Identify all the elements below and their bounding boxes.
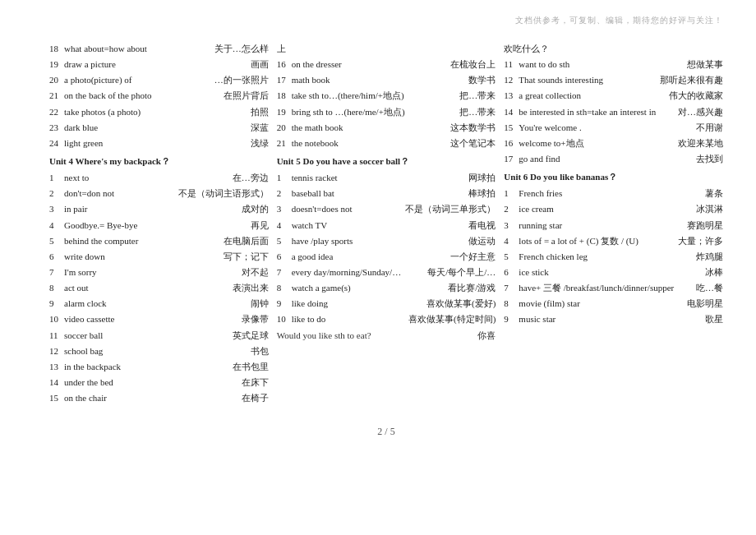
list-item: 14 under the bed在床下: [49, 375, 269, 390]
list-item: 19 draw a picture画画: [49, 57, 269, 71]
list-item: 3 running star赛跑明星: [504, 218, 723, 233]
column-2: 上16 on the dresser在梳妆台上17 math book数学书18…: [277, 41, 505, 406]
list-item: 10 video cassette录像带: [49, 311, 269, 326]
list-item: 22 take photos (a photo)拍照: [49, 104, 269, 119]
list-item: 4 lots of = a lot of + (C) 复数 / (U)大量；许多: [504, 233, 723, 248]
list-item: 1 next to在…旁边: [49, 170, 269, 185]
list-item: 12 school bag书包: [49, 344, 269, 358]
list-item: 13 a great collection伟大的收藏家: [504, 88, 723, 103]
list-item: 4 watch TV看电视: [277, 218, 496, 233]
list-item: 7 I'm sorry对不起: [49, 265, 269, 279]
list-item: 21 the notebook这个笔记本: [277, 136, 496, 150]
list-item: 6 ice stick冰棒: [504, 265, 723, 279]
list-item: 11 soccer ball英式足球: [49, 328, 269, 343]
list-item: 6 a good idea一个好主意: [277, 249, 496, 264]
list-item: 20 a photo(picture) of…的一张照片: [49, 72, 269, 87]
list-item: Unit 6 Do you like bananas？: [504, 169, 723, 184]
list-item: 21 on the back of the photo在照片背后: [49, 88, 269, 103]
content-area: 18 what about=how about关于…怎么样19 draw a p…: [49, 41, 723, 406]
list-item: 2 baseball bat棒球拍: [277, 186, 496, 201]
list-item: 18 take sth to…(there/him/+地点)把…带来: [277, 88, 496, 103]
list-item: 9 alarm clock闹钟: [49, 296, 269, 311]
list-item: 9 like doing喜欢做某事(爱好): [277, 296, 496, 311]
list-item: 15 on the chair在椅子: [49, 390, 269, 405]
list-item: 欢吃什么？: [504, 41, 723, 56]
list-item: Unit 4 Where's my backpack？: [49, 154, 269, 168]
list-item: 20 the math book这本数学书: [277, 120, 496, 135]
list-item: 5 French chicken leg炸鸡腿: [504, 249, 723, 264]
list-item: 7 have+ 三餐 /breakfast/lunch/dinner/suppe…: [504, 280, 723, 295]
list-item: 2 ice cream冰淇淋: [504, 201, 723, 216]
list-item: 5 have /play sports做运动: [277, 233, 496, 248]
page: 文档供参考，可复制、编辑，期待您的好评与关注！ 18 what about=ho…: [0, 0, 756, 535]
list-item: 3 in pair成对的: [49, 201, 269, 216]
list-item: 12 That sounds interesting那听起来很有趣: [504, 72, 723, 87]
list-item: 19 bring sth to …(here/me/+地点)把…带来: [277, 104, 496, 119]
list-item: 15 You're welcome .不用谢: [504, 120, 723, 135]
watermark: 文档供参考，可复制、编辑，期待您的好评与关注！: [515, 15, 723, 26]
list-item: 4 Goodbye.= Bye-bye再见: [49, 218, 269, 233]
list-item: 16 welcome to+地点欢迎来某地: [504, 136, 723, 150]
list-item: 5 behind the computer在电脑后面: [49, 233, 269, 248]
list-item: 17 math book数学书: [277, 72, 496, 87]
list-item: 7 every day/morning/Sunday/…每天/每个早上/…: [277, 265, 496, 279]
list-item: 8 act out表演出来: [49, 280, 269, 295]
column-1: 18 what about=how about关于…怎么样19 draw a p…: [49, 41, 277, 406]
list-item: 16 on the dresser在梳妆台上: [277, 57, 496, 71]
page-number: 2 / 5: [49, 426, 723, 438]
list-item: 14 be interested in sth=take an interest…: [504, 104, 723, 119]
list-item: 17 go and find去找到: [504, 151, 723, 166]
list-item: 11 want to do sth想做某事: [504, 57, 723, 71]
list-item: 8 movie (film) star电影明星: [504, 296, 723, 311]
list-item: 13 in the backpack在书包里: [49, 359, 269, 374]
list-item: Unit 5 Do you have a soccer ball？: [277, 154, 496, 168]
list-item: 24 light green浅绿: [49, 136, 269, 150]
column-3: 欢吃什么？11 want to do sth想做某事12 That sounds…: [504, 41, 723, 406]
list-item: 1 tennis racket网球拍: [277, 170, 496, 185]
list-item: 8 watch a game(s)看比赛/游戏: [277, 280, 496, 295]
list-item: 3 doesn't=does not不是（动词三单形式）: [277, 201, 496, 216]
list-item: 2 don't=don not不是（动词主语形式）: [49, 186, 269, 201]
list-item: 6 write down写下；记下: [49, 249, 269, 264]
list-item: Would you like sth to eat?你喜: [277, 328, 496, 343]
list-item: 9 music star歌星: [504, 311, 723, 326]
list-item: 上: [277, 41, 496, 56]
list-item: 10 like to do喜欢做某事(特定时间): [277, 311, 496, 326]
list-item: 18 what about=how about关于…怎么样: [49, 41, 269, 56]
list-item: 23 dark blue深蓝: [49, 120, 269, 135]
list-item: 1 French fries薯条: [504, 186, 723, 201]
